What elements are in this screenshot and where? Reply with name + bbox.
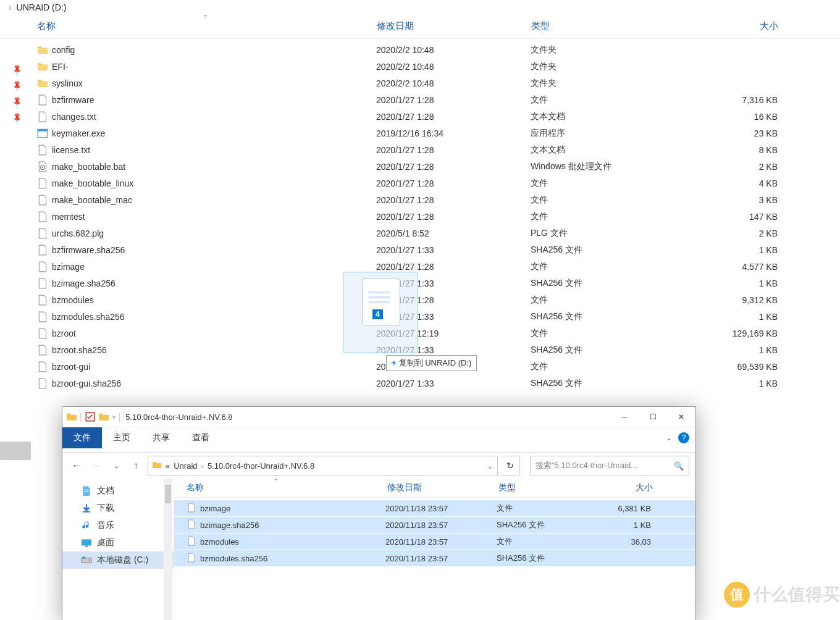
file-date: 2020/1/27 1:28 (376, 162, 531, 172)
file-icon (37, 145, 48, 156)
file-size: 4,577 KB (685, 262, 778, 272)
down-icon (81, 503, 92, 514)
column-header-name[interactable]: 名称 (37, 20, 377, 32)
tree-item[interactable]: 桌面 (62, 534, 174, 551)
column-header-name[interactable]: 名称 (187, 482, 387, 493)
file-row[interactable]: changes.txt2020/1/27 1:28文本文档16 KB (0, 108, 840, 125)
file-size: 4 KB (685, 178, 778, 188)
file-date: 2020/5/1 8:52 (376, 228, 531, 238)
file-size: 9,312 KB (685, 295, 778, 305)
checkbox-icon[interactable] (85, 411, 96, 422)
file-name: config (52, 45, 376, 55)
sort-indicator-icon: ⌃ (273, 477, 279, 485)
column-header-type[interactable]: 类型 (498, 482, 591, 493)
file-row[interactable]: bzroot2020/1/27 12:19文件129,169 KB (0, 325, 840, 341)
file-row[interactable]: bzimage.sha2562020/1/27 1:33SHA256 文件1 K… (0, 275, 840, 291)
column-header-date[interactable]: 修改日期 (377, 20, 531, 32)
file-row[interactable]: urchs.682.plg2020/5/1 8:52PLG 文件2 KB (0, 225, 840, 241)
file-type: SHA256 文件 (531, 245, 685, 256)
file-name: EFI- (52, 62, 376, 72)
file-row[interactable]: bzimage2020/11/18 23:57文件6,381 KB (174, 500, 695, 517)
nav-history-icon[interactable]: ⌄ (108, 458, 124, 474)
file-row[interactable]: bzimage2020/1/27 1:28文件4,577 KB (0, 258, 840, 275)
nav-forward-button[interactable]: → (88, 458, 104, 474)
column-header-type[interactable]: 类型 (531, 20, 686, 32)
path-seg-1[interactable]: Unraid (174, 461, 197, 471)
file-date: 2020/1/27 12:19 (376, 329, 531, 338)
file-date: 2020/11/18 23:57 (385, 504, 497, 513)
column-header-size[interactable]: 大小 (591, 482, 653, 493)
file-date: 2020/1/27 1:33 (376, 345, 531, 355)
file-row[interactable]: bzmodules.sha2562020/11/18 23:57SHA256 文… (174, 550, 695, 567)
file-row[interactable]: make_bootable_mac2020/1/27 1:28文件3 KB (0, 191, 840, 208)
help-icon[interactable]: ? (678, 432, 689, 443)
close-button[interactable]: ✕ (667, 407, 695, 427)
nav-up-button[interactable]: ↑ (128, 458, 144, 474)
path-seg-2[interactable]: 5.10.0rc4-thor-Unraid+.NV.6.8 (208, 461, 314, 471)
chevron-down-icon[interactable]: ⌄ (487, 461, 494, 471)
watermark-logo-icon: 值 (724, 582, 750, 608)
file-row[interactable]: make_bootable_linux2020/1/27 1:28文件4 KB (0, 175, 840, 191)
file-icon (37, 328, 48, 339)
file-icon (37, 94, 48, 106)
ribbon-expand-icon[interactable]: ⌄ (666, 434, 672, 442)
tree-item[interactable]: 文档 (62, 482, 174, 500)
file-row[interactable]: syslinux2020/2/2 10:48文件夹 (0, 75, 840, 91)
file-row[interactable]: bzmodules2020/11/18 23:57文件36,03 (174, 534, 695, 550)
file-icon (37, 228, 48, 239)
scrollbar-thumb[interactable] (0, 442, 31, 460)
nav-back-button[interactable]: ← (69, 458, 85, 474)
titlebar-separator: | (80, 412, 82, 422)
file-name: bzmodules (200, 537, 385, 547)
svg-rect-5 (85, 490, 89, 490)
tree-scrollbar[interactable] (164, 479, 172, 620)
sub-file-list[interactable]: bzimage2020/11/18 23:57文件6,381 KBbzimage… (174, 498, 695, 567)
navigation-tree[interactable]: 文档下载音乐桌面本地磁盘 (C:) (62, 479, 174, 620)
file-date: 2020/1/27 1:28 (376, 178, 531, 188)
file-row[interactable]: make_bootable.bat2020/1/27 1:28Windows 批… (0, 158, 840, 175)
chevron-right-icon: › (201, 461, 204, 471)
file-type: SHA256 文件 (497, 553, 589, 564)
drag-tooltip: +复制到 UNRAID (D:) (386, 355, 477, 371)
scrollbar-thumb[interactable] (165, 485, 171, 503)
file-row[interactable]: EFI-2020/2/2 10:48文件夹 (0, 58, 840, 75)
file-name: bzroot (52, 329, 376, 338)
titlebar[interactable]: | ▾ | 5.10.0rc4-thor-Unraid+.NV.6.8 ─ ☐ … (62, 407, 695, 427)
minimize-button[interactable]: ─ (610, 407, 639, 427)
tree-item[interactable]: 音乐 (62, 517, 174, 534)
file-row[interactable]: bzmodules.sha2562020/1/27 1:33SHA256 文件1… (0, 308, 840, 325)
file-type: SHA256 文件 (531, 311, 685, 322)
file-row[interactable]: bzfirmware.sha2562020/1/27 1:33SHA256 文件… (0, 241, 840, 258)
tree-item[interactable]: 下载 (62, 500, 174, 517)
file-name: bzfirmware.sha256 (52, 245, 376, 255)
file-row[interactable]: bzimage.sha2562020/11/18 23:57SHA256 文件1… (174, 517, 695, 534)
file-icon (37, 178, 48, 189)
watermark-text: 什么值得买 (754, 583, 840, 606)
file-row[interactable]: config2020/2/2 10:48文件夹 (0, 41, 840, 58)
maximize-button[interactable]: ☐ (639, 407, 667, 427)
file-date: 2019/12/16 16:34 (376, 128, 531, 138)
file-row[interactable]: license.txt2020/1/27 1:28文本文档8 KB (0, 141, 840, 158)
search-icon: 🔍 (674, 461, 684, 471)
file-row[interactable]: bzfirmware2020/1/27 1:28文件7,316 KB (0, 91, 840, 108)
ribbon-tab-share[interactable]: 共享 (141, 427, 181, 448)
refresh-button[interactable]: ↻ (501, 456, 520, 475)
file-list[interactable]: config2020/2/2 10:48文件夹EFI-2020/2/2 10:4… (0, 39, 840, 392)
column-header-size[interactable]: 大小 (686, 20, 778, 32)
column-header-date[interactable]: 修改日期 (387, 482, 498, 493)
file-date: 2020/1/27 1:33 (376, 379, 531, 388)
search-input[interactable]: 搜索"5.10.0rc4-thor-Unraid... 🔍 (530, 456, 689, 475)
ribbon-tab-view[interactable]: 查看 (181, 427, 220, 448)
file-size: 69,539 KB (685, 362, 778, 372)
ribbon-tab-file[interactable]: 文件 (62, 427, 102, 448)
address-bar[interactable]: « Unraid › 5.10.0rc4-thor-Unraid+.NV.6.8… (148, 456, 498, 475)
file-row[interactable]: keymaker.exe2019/12/16 16:34应用程序23 KB (0, 125, 840, 141)
folder-icon (37, 61, 48, 72)
file-row[interactable]: bzroot-gui.sha2562020/1/27 1:33SHA256 文件… (0, 375, 840, 392)
tree-item[interactable]: 本地磁盘 (C:) (62, 551, 174, 569)
breadcrumb[interactable]: › UNRAID (D:) (0, 0, 840, 15)
file-name: bzimage (200, 504, 385, 513)
ribbon-tab-home[interactable]: 主页 (102, 427, 141, 448)
file-row[interactable]: bzmodules2020/1/27 1:28文件9,312 KB (0, 291, 840, 308)
file-row[interactable]: memtest2020/1/27 1:28文件147 KB (0, 208, 840, 225)
